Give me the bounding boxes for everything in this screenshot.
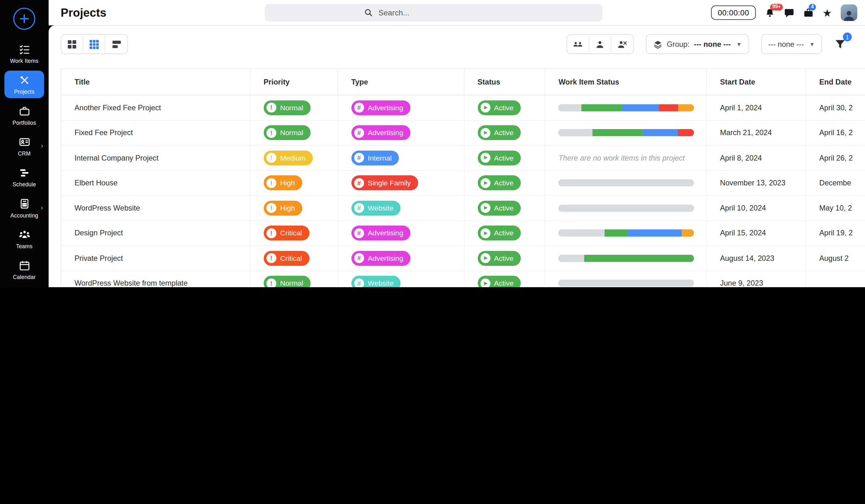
- work-items-icon: [19, 44, 30, 55]
- status-badge: ▶ Active: [477, 125, 521, 140]
- exclamation-icon: !: [266, 103, 276, 113]
- topbar-actions: 00:00:00 99+ 4 ★: [711, 0, 857, 25]
- project-title[interactable]: Fixed Fee Project: [74, 129, 133, 137]
- play-icon: ▶: [480, 178, 490, 188]
- notifications-badge: 99+: [770, 3, 783, 10]
- end-date: August 2: [819, 254, 849, 262]
- grid-view-button[interactable]: [61, 35, 83, 54]
- start-date: August 14, 2023: [720, 254, 774, 262]
- status-label: Active: [494, 179, 514, 187]
- main-content: Group: --- none --- ▼ --- none --- ▼ 1 T…: [48, 25, 865, 287]
- type-label: Advertising: [368, 229, 403, 237]
- work-item-status-bar: [558, 230, 694, 237]
- column-header-work-item-status[interactable]: Work Item Status: [545, 69, 707, 95]
- end-date: Decembe: [819, 179, 851, 187]
- project-title[interactable]: Private Project: [74, 254, 123, 262]
- start-date: April 8, 2024: [720, 154, 762, 162]
- end-date: May 10, 2: [819, 204, 852, 212]
- start-date: June 9, 2023: [720, 279, 763, 287]
- create-new-button[interactable]: [13, 8, 35, 30]
- column-header-status[interactable]: Status: [464, 69, 545, 95]
- type-badge: # Website: [351, 276, 401, 287]
- sidebar-item-calendar[interactable]: Calendar ›: [4, 256, 44, 283]
- end-date: April 30, 2: [819, 104, 853, 112]
- project-title[interactable]: Design Project: [74, 229, 123, 237]
- hash-icon: #: [354, 103, 364, 113]
- table-row[interactable]: Design Project ! Critical # Advertising …: [61, 221, 865, 246]
- column-header-priority[interactable]: Priority: [250, 69, 338, 95]
- user-avatar[interactable]: [841, 4, 857, 21]
- sidebar-item-dashboard[interactable]: Dashboard ›: [4, 287, 44, 287]
- topbar: Projects 00:00:00 99+ 4 ★: [48, 0, 865, 25]
- sidebar-item-portfolios[interactable]: Portfolios ›: [4, 102, 44, 129]
- project-title[interactable]: WordPress Website from template: [74, 279, 188, 287]
- play-icon: ▶: [480, 228, 490, 238]
- table-row[interactable]: Fixed Fee Project ! Normal # Advertising…: [61, 120, 865, 145]
- group-by-dropdown[interactable]: Group: --- none --- ▼: [646, 34, 749, 54]
- my-items-filter-button[interactable]: [589, 35, 611, 54]
- project-title[interactable]: WordPress Website: [74, 204, 140, 212]
- column-header-title[interactable]: Title: [61, 69, 251, 95]
- table-row[interactable]: Internal Company Project ! Medium # Inte…: [61, 145, 865, 171]
- work-bag-button[interactable]: 4: [803, 8, 814, 18]
- project-title[interactable]: Another Fixed Fee Project: [74, 104, 161, 112]
- person-silhouette-icon: [842, 9, 856, 21]
- priority-badge: ! High: [264, 176, 302, 190]
- chevron-right-icon: ›: [41, 204, 43, 211]
- toolbar-right: Group: --- none --- ▼ --- none --- ▼ 1: [566, 34, 848, 54]
- notifications-button[interactable]: 99+: [764, 8, 775, 18]
- project-title[interactable]: Internal Company Project: [74, 154, 159, 162]
- search-input[interactable]: [378, 8, 511, 17]
- sidebar-item-work-items[interactable]: Work Items ›: [4, 39, 44, 67]
- table-row[interactable]: WordPress Website ! High # Website ▶ Act…: [61, 196, 865, 221]
- end-date: April 19, 2: [819, 229, 853, 237]
- column-header-type[interactable]: Type: [338, 69, 464, 95]
- status-label: Active: [494, 279, 514, 287]
- column-header-end-date[interactable]: End Date: [806, 69, 865, 95]
- hash-icon: #: [354, 178, 364, 188]
- dense-grid-view-button[interactable]: [83, 35, 105, 54]
- work-item-status-bar: [558, 204, 694, 212]
- search-icon: [364, 8, 373, 17]
- priority-badge: ! High: [264, 200, 302, 215]
- sidebar-item-projects[interactable]: Projects ›: [4, 71, 44, 98]
- unassigned-filter-button[interactable]: [611, 35, 633, 54]
- sidebar-item-crm[interactable]: CRM ›: [4, 132, 44, 160]
- table-row[interactable]: Private Project ! Critical # Advertising…: [61, 246, 865, 271]
- status-badge: ▶ Active: [477, 151, 521, 165]
- table-row[interactable]: Another Fixed Fee Project ! Normal # Adv…: [61, 95, 865, 121]
- sidebar: Work Items › Projects › Portfolios › CRM…: [0, 0, 48, 287]
- sidebar-item-teams[interactable]: Teams ›: [4, 225, 44, 253]
- team-filter-button[interactable]: [567, 35, 589, 54]
- filter-button[interactable]: 1: [834, 38, 849, 50]
- chevron-down-icon: ▼: [736, 41, 741, 47]
- timer-display[interactable]: 00:00:00: [711, 5, 756, 20]
- column-header-start-date[interactable]: Start Date: [707, 69, 806, 95]
- favorites-button[interactable]: ★: [822, 8, 832, 18]
- plus-icon: [19, 13, 30, 24]
- calendar-icon: [19, 260, 30, 271]
- end-date: April 26, 2: [819, 154, 853, 162]
- type-badge: # Website: [351, 200, 401, 215]
- filter-count-badge: 1: [843, 33, 852, 42]
- project-title[interactable]: Elbert House: [74, 179, 117, 187]
- card-view-button[interactable]: [105, 35, 127, 54]
- type-label: Internal: [368, 154, 392, 162]
- priority-label: Normal: [280, 129, 303, 137]
- play-icon: ▶: [480, 153, 490, 163]
- accounting-icon: [19, 198, 30, 210]
- table-row[interactable]: WordPress Website from template ! Normal…: [61, 271, 865, 287]
- hash-icon: #: [354, 128, 364, 138]
- filter-preset-dropdown[interactable]: --- none --- ▼: [761, 34, 822, 54]
- priority-badge: ! Critical: [264, 251, 309, 266]
- search-bar[interactable]: [265, 4, 602, 21]
- play-icon: ▶: [480, 253, 490, 263]
- table-row[interactable]: Elbert House ! High # Single Family ▶ Ac…: [61, 171, 865, 196]
- table-body: Another Fixed Fee Project ! Normal # Adv…: [61, 95, 865, 287]
- chat-button[interactable]: [784, 8, 794, 18]
- exclamation-icon: !: [266, 253, 276, 263]
- sidebar-item-schedule[interactable]: Schedule ›: [4, 163, 44, 191]
- sidebar-item-accounting[interactable]: Accounting ›: [4, 194, 44, 222]
- priority-label: Normal: [280, 104, 303, 112]
- type-badge: # Internal: [351, 151, 399, 165]
